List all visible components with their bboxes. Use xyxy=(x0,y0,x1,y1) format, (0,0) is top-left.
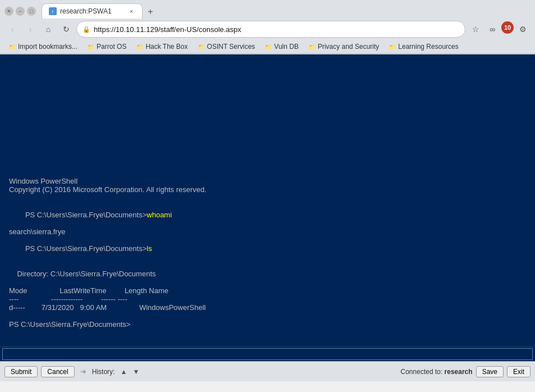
bookmark-button[interactable]: ☆ xyxy=(468,21,483,37)
terminal-line xyxy=(9,168,526,177)
connected-target: research xyxy=(445,368,473,376)
terminal-line: Mode LastWriteTime Length Name xyxy=(9,286,526,295)
bookmark-label: Import bookmarks... xyxy=(18,43,77,51)
tab-favicon: r xyxy=(49,7,57,15)
terminal-line xyxy=(9,194,526,202)
extensions-button[interactable]: ∞ xyxy=(484,21,500,37)
maximize-window-button[interactable]: □ xyxy=(27,7,36,16)
terminal-line: PS C:\Users\Sierra.Frye\Documents>whoami xyxy=(9,202,526,227)
terminal-text: Mode LastWriteTime Length Name xyxy=(9,286,168,295)
prompt-text: PS C:\Users\Sierra.Frye\Documents> xyxy=(25,211,147,219)
address-bar: 🔒 https://10.10.11.129/staff/en-US/conso… xyxy=(76,21,465,38)
tab-close-button[interactable]: × xyxy=(127,7,135,15)
command-text: ls xyxy=(147,244,152,253)
bookmark-privacy[interactable]: 📁 Privacy and Security xyxy=(304,41,383,52)
terminal-line: Directory: C:\Users\Sierra.Frye\Document… xyxy=(9,270,526,278)
terminal-line xyxy=(9,67,526,76)
terminal-line: ---- ------------- ------ ---- xyxy=(9,295,526,303)
tab-title: research:PSWA1 xyxy=(60,7,124,15)
terminal-line: Windows PowerShell xyxy=(9,177,526,185)
terminal-line: d----- 7/31/2020 9:00 AM WindowsPowerShe… xyxy=(9,303,526,312)
terminal-line xyxy=(9,93,526,101)
terminal-line xyxy=(9,118,526,126)
terminal-input[interactable] xyxy=(2,348,533,360)
terminal-line xyxy=(9,143,526,152)
bookmark-folder-icon: 📁 xyxy=(136,44,143,50)
prompt-text: PS C:\Users\Sierra.Frye\Documents> xyxy=(25,244,147,253)
url-display[interactable]: https://10.10.11.129/staff/en-US/console… xyxy=(94,25,459,34)
bookmark-folder-icon: 📁 xyxy=(265,44,272,50)
connected-label: Connected to: xyxy=(401,368,443,376)
terminal-output: Windows PowerShell Copyright (C) 2016 Mi… xyxy=(0,54,535,347)
profile-button[interactable]: 10 xyxy=(501,21,514,34)
submit-button[interactable]: Submit xyxy=(4,366,38,377)
bookmark-label: Privacy and Security xyxy=(318,43,379,51)
terminal-text: Directory: C:\Users\Sierra.Frye\Document… xyxy=(9,270,156,278)
refresh-button[interactable]: ↻ xyxy=(58,21,74,37)
terminal-line xyxy=(9,59,526,67)
terminal-line xyxy=(9,76,526,84)
menu-button[interactable]: ⚙ xyxy=(515,21,531,37)
back-button[interactable]: ‹ xyxy=(4,21,20,37)
terminal-text: search\sierra.frye xyxy=(9,227,65,236)
terminal-line xyxy=(9,135,526,143)
lock-icon: 🔒 xyxy=(83,26,90,33)
terminal-line: PS C:\Users\Sierra.Frye\Documents>ls xyxy=(9,236,526,261)
terminal-text: ---- ------------- ------ ---- xyxy=(9,295,127,303)
bookmark-label: Learning Resources xyxy=(398,43,458,51)
bookmark-folder-icon: 📁 xyxy=(9,44,16,50)
bookmark-label: Hack The Box xyxy=(145,43,188,51)
save-button[interactable]: Save xyxy=(476,366,504,377)
bookmark-folder-icon: 📁 xyxy=(389,44,396,50)
history-label: History: xyxy=(92,368,115,376)
bookmark-folder-icon: 📁 xyxy=(309,44,315,50)
connected-info: Connected to: research xyxy=(401,368,473,376)
terminal-text: d----- 7/31/2020 9:00 AM WindowsPowerShe… xyxy=(9,303,205,312)
bookmark-folder-icon: 📁 xyxy=(88,44,94,50)
terminal-line: search\sierra.frye xyxy=(9,227,526,236)
terminal-text: Windows PowerShell xyxy=(9,177,77,185)
separator: ➜ xyxy=(80,367,86,376)
bookmark-vulndb[interactable]: 📁 Vuln DB xyxy=(260,41,303,52)
bookmark-osint[interactable]: 📁 OSINT Services xyxy=(194,41,260,52)
command-text: whoami xyxy=(147,211,172,219)
history-up-button[interactable]: ▲ xyxy=(118,366,129,377)
terminal-line xyxy=(9,126,526,135)
bookmark-label: Vuln DB xyxy=(274,43,299,51)
browser-tab[interactable]: r research:PSWA1 × xyxy=(42,3,143,19)
history-down-button[interactable]: ▼ xyxy=(130,366,141,377)
bookmark-label: OSINT Services xyxy=(207,43,255,51)
cancel-button[interactable]: Cancel xyxy=(41,366,74,377)
terminal-line xyxy=(9,101,526,110)
bookmark-folder-icon: 📁 xyxy=(198,44,205,50)
terminal-line xyxy=(9,152,526,160)
bookmark-htb[interactable]: 📁 Hack The Box xyxy=(132,41,192,52)
terminal-line xyxy=(9,84,526,93)
minimize-window-button[interactable]: – xyxy=(16,7,25,16)
terminal-input-row xyxy=(0,347,535,361)
bookmarks-bar: 📁 Import bookmarks... 📁 Parrot OS 📁 Hack… xyxy=(0,40,535,54)
bookmark-learning[interactable]: 📁 Learning Resources xyxy=(385,41,463,52)
history-navigation: ▲ ▼ xyxy=(118,366,141,377)
bottom-bar: Submit Cancel ➜ History: ▲ ▼ Connected t… xyxy=(0,361,535,381)
bookmark-import[interactable]: 📁 Import bookmarks... xyxy=(4,41,82,52)
terminal-line: Copyright (C) 2016 Microsoft Corporation… xyxy=(9,185,526,194)
terminal-text: PS C:\Users\Sierra.Frye\Documents> xyxy=(9,320,130,329)
terminal-line xyxy=(9,261,526,270)
home-button[interactable]: ⌂ xyxy=(40,21,56,37)
exit-button[interactable]: Exit xyxy=(507,366,531,377)
terminal-line: PS C:\Users\Sierra.Frye\Documents> xyxy=(9,320,526,329)
forward-button[interactable]: › xyxy=(22,21,38,37)
new-tab-button[interactable]: + xyxy=(144,5,157,19)
terminal-line xyxy=(9,110,526,118)
bookmark-label: Parrot OS xyxy=(97,43,126,51)
terminal-line xyxy=(9,312,526,320)
terminal-line xyxy=(9,278,526,286)
terminal-line xyxy=(9,160,526,168)
terminal-text: Copyright (C) 2016 Microsoft Corporation… xyxy=(9,185,207,194)
close-window-button[interactable]: ✕ xyxy=(4,7,13,16)
bookmark-parrot[interactable]: 📁 Parrot OS xyxy=(83,41,131,52)
